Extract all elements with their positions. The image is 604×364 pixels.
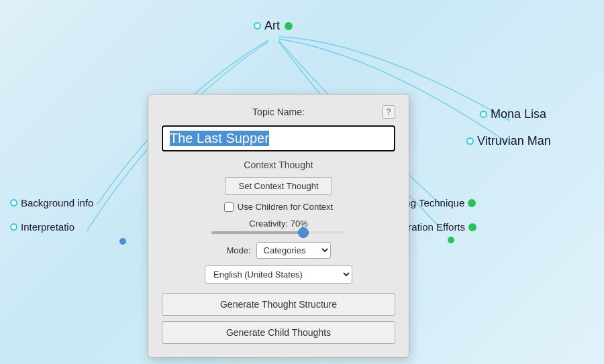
node-vitruvian-dot [466,137,474,145]
mode-row: Mode: Categories List Free [162,242,395,259]
node-painting-label: ing Technique [403,197,464,208]
node-painting-dot [468,199,476,207]
dialog-header: Topic Name: ? [162,105,395,119]
node-restoration-label: oration Efforts [403,221,465,233]
use-children-label: Use Children for Context [238,202,333,212]
svg-point-1 [448,237,454,243]
node-interpretation-label: Interpretatio [21,221,74,233]
node-background-dot [10,199,17,206]
use-children-row: Use Children for Context [162,202,395,212]
dialog-topic-name-label: Topic Name: [175,107,382,117]
node-mona-lisa-dot [480,111,487,118]
topic-input[interactable] [162,125,395,151]
node-mona-lisa[interactable]: Mona Lisa [480,107,546,121]
node-art-label: Art [264,19,280,33]
mode-select[interactable]: Categories List Free [256,242,331,259]
generate-children-button[interactable]: Generate Child Thoughts [162,321,395,344]
node-vitruvian-label: Vitruvian Man [477,134,551,148]
help-button[interactable]: ? [382,105,395,119]
node-interpretation-dot [10,223,17,231]
node-restoration[interactable]: oration Efforts [403,221,476,233]
language-select[interactable]: English (United States) Spanish French G… [205,265,352,284]
context-thought-label: Context Thought [162,160,395,170]
node-mona-lisa-label: Mona Lisa [491,107,546,121]
node-background-label: Background info [21,197,93,208]
creativity-slider[interactable] [211,231,346,234]
node-restoration-dot [468,223,476,231]
set-context-button[interactable]: Set Context Thought [225,177,332,195]
svg-point-0 [119,238,126,245]
node-art[interactable]: Art [254,19,293,33]
creativity-row: Creativity: 70% [162,219,395,234]
node-painting-technique[interactable]: ing Technique [403,197,476,208]
node-interpretation[interactable]: Interpretatio [10,221,74,233]
use-children-checkbox[interactable] [224,202,234,212]
node-art-green-dot [285,22,293,30]
node-art-dot [254,22,261,29]
node-vitruvian[interactable]: Vitruvian Man [466,134,551,148]
generate-structure-button[interactable]: Generate Thought Structure [162,293,395,316]
mode-label: Mode: [226,245,250,255]
topic-dialog: Topic Name: ? Context Thought Set Contex… [148,94,409,358]
node-background[interactable]: Background info [10,197,93,208]
